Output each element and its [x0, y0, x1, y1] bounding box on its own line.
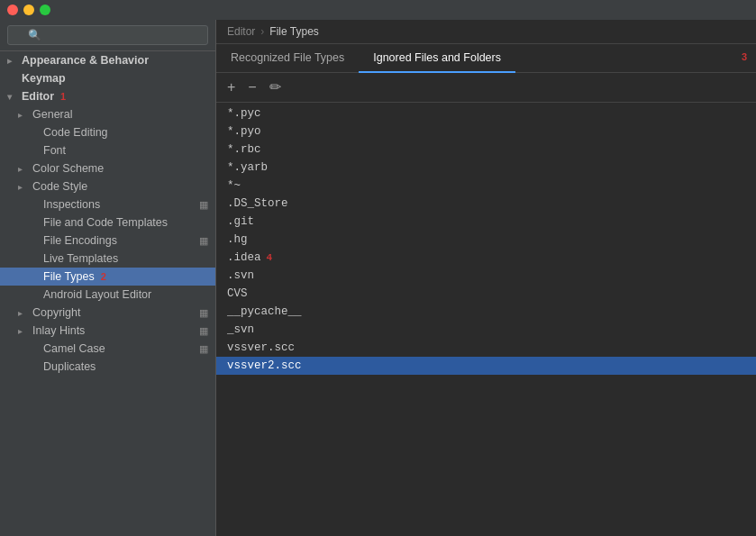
tab-annotation: 3 [742, 51, 747, 62]
sidebar-item-camel-case[interactable]: Camel Case ▦ [0, 340, 215, 358]
search-input[interactable] [7, 25, 208, 45]
sidebar-item-android-layout[interactable]: Android Layout Editor [0, 286, 215, 304]
list-item[interactable]: *.yarb [216, 159, 756, 177]
content-area: Editor › File Types Recognized File Type… [216, 20, 756, 536]
list-item[interactable]: .svn [216, 267, 756, 285]
arrow-icon [18, 164, 29, 174]
sidebar-item-file-code-templates[interactable]: File and Code Templates [0, 213, 215, 232]
sidebar-item-font[interactable]: Font [0, 141, 215, 159]
list-item[interactable]: _svn [216, 321, 756, 339]
arrow-icon [7, 56, 18, 66]
grid-icon: ▦ [199, 307, 208, 319]
sidebar-item-code-style[interactable]: Code Style [0, 177, 215, 195]
list-item[interactable]: CVS [216, 285, 756, 303]
toolbar: + − ✏ [216, 73, 756, 103]
list-item[interactable]: vssver2.scc [216, 357, 756, 375]
sidebar-item-color-scheme[interactable]: Color Scheme [0, 159, 215, 177]
sidebar-item-editor[interactable]: Editor 1 [0, 87, 215, 105]
title-bar [0, 0, 756, 20]
sidebar-item-code-editing[interactable]: Code Editing [0, 123, 215, 141]
minimize-button[interactable] [23, 5, 34, 15]
main-layout: Appearance & Behavior Keymap Editor 1 Ge… [0, 20, 756, 536]
grid-icon: ▦ [199, 325, 208, 337]
breadcrumb-separator: › [260, 25, 264, 38]
maximize-button[interactable] [40, 5, 50, 15]
grid-icon: ▦ [199, 343, 208, 355]
sidebar-item-live-templates[interactable]: Live Templates [0, 250, 215, 268]
edit-button[interactable]: ✏ [266, 78, 285, 96]
item-annotation: 4 [267, 252, 273, 263]
search-bar [0, 20, 215, 51]
grid-icon: ▦ [199, 199, 208, 211]
list-item[interactable]: *.pyc [216, 104, 756, 123]
list-item[interactable]: .DS_Store [216, 195, 756, 213]
tab-ignored[interactable]: Ignored Files and Folders [359, 44, 515, 73]
sidebar-item-inlay-hints[interactable]: Inlay Hints ▦ [0, 322, 215, 340]
file-list: *.pyc*.pyo*.rbc*.yarb*~.DS_Store.git.hg.… [216, 103, 756, 536]
arrow-icon [7, 92, 18, 102]
sidebar: Appearance & Behavior Keymap Editor 1 Ge… [0, 20, 216, 536]
breadcrumb: Editor › File Types [216, 20, 756, 44]
list-item[interactable]: vssver.scc [216, 339, 756, 357]
sidebar-item-keymap[interactable]: Keymap [0, 69, 215, 87]
tabs-bar: Recognized File Types Ignored Files and … [216, 44, 756, 73]
arrow-icon [18, 308, 29, 318]
list-item[interactable]: .hg [216, 231, 756, 249]
arrow-icon [18, 182, 29, 192]
sidebar-item-duplicates[interactable]: Duplicates [0, 358, 215, 376]
sidebar-item-appearance[interactable]: Appearance & Behavior [0, 51, 215, 69]
breadcrumb-parent: Editor [227, 25, 255, 38]
list-item[interactable]: *.rbc [216, 141, 756, 159]
arrow-icon [18, 326, 29, 336]
sidebar-item-copyright[interactable]: Copyright ▦ [0, 304, 215, 322]
list-item[interactable]: *~ [216, 177, 756, 195]
list-item[interactable]: .git [216, 213, 756, 231]
sidebar-item-inspections[interactable]: Inspections ▦ [0, 195, 215, 213]
arrow-icon [18, 110, 29, 120]
add-button[interactable]: + [223, 78, 239, 96]
sidebar-item-general[interactable]: General [0, 105, 215, 123]
list-item[interactable]: .idea4 [216, 249, 756, 267]
list-item[interactable]: __pycache__ [216, 303, 756, 321]
close-button[interactable] [7, 5, 18, 15]
list-item[interactable]: *.pyo [216, 123, 756, 141]
sidebar-item-file-encodings[interactable]: File Encodings ▦ [0, 232, 215, 250]
sidebar-item-file-types[interactable]: File Types 2 [0, 268, 215, 286]
remove-button[interactable]: − [244, 78, 260, 96]
grid-icon: ▦ [199, 235, 208, 247]
tab-recognized[interactable]: Recognized File Types [216, 44, 359, 73]
breadcrumb-current: File Types [269, 25, 318, 38]
